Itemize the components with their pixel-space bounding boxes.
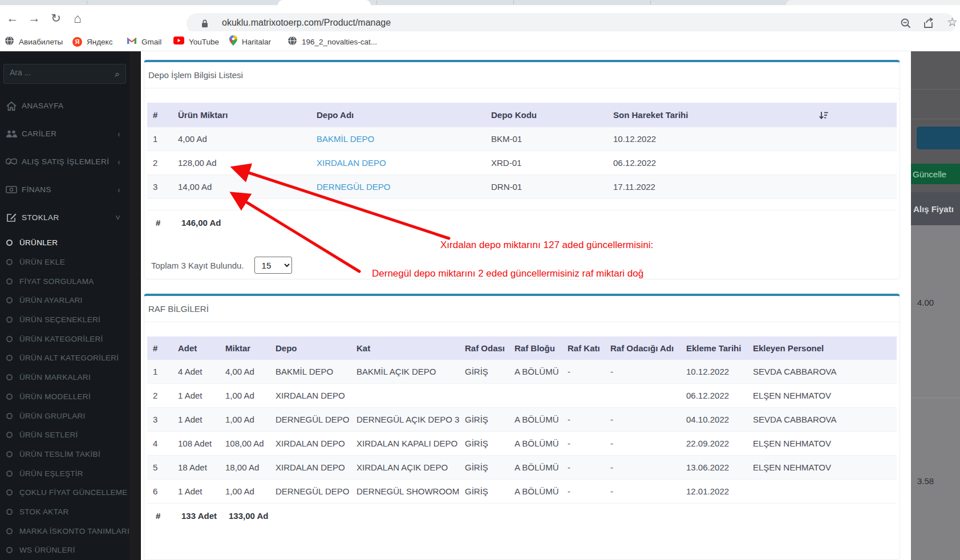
table-row: 14,00 AdBAKMİL DEPOBKM-0110.12.2022 — [147, 127, 897, 151]
sidebar-subitem-çoklu-fi̇yat-güncelleme[interactable]: ÇOKLU FİYAT GÜNCELLEME — [0, 483, 129, 502]
sidebar-subitem-ürün-seçenekleri̇[interactable]: ÜRÜN SEÇENEKLERİ — [0, 310, 129, 330]
circle-icon — [6, 547, 13, 553]
users-icon — [5, 129, 18, 138]
cell: DERNEGÜL AÇIK DEPO 3 — [351, 408, 459, 432]
bookmark-label: 196_2_novalties-cat... — [302, 38, 377, 46]
cell: 06.12.2022 — [680, 384, 747, 408]
cell: ELŞEN NEHMATOV — [747, 456, 897, 480]
bookmark-star-icon[interactable]: ☆ — [947, 15, 958, 29]
forward-button[interactable]: → — [26, 11, 42, 27]
sidebar-subitem-label: ÇOKLU FİYAT GÜNCELLEME — [19, 488, 128, 497]
cell: 4,00 Ad — [172, 127, 311, 151]
sidebar-subitem-ürün-modelleri̇[interactable]: ÜRÜN MODELLERİ — [0, 387, 129, 407]
sidebar-subitem-ürün-markalari[interactable]: ÜRÜN MARKALARI — [0, 368, 129, 387]
sort-header — [813, 103, 897, 127]
cell: DERNEGÜL DEPO — [270, 408, 351, 432]
sidebar-subitem-ws-ürünleri̇[interactable]: WS ÜRÜNLERİ — [0, 541, 129, 560]
google-maps-icon — [229, 35, 237, 48]
tab-active[interactable] — [278, 0, 371, 5]
sidebar-subitem-ürün-ayarlari[interactable]: ÜRÜN AYARLARI — [0, 291, 129, 310]
depo-link[interactable]: XIRDALAN DEPO — [317, 158, 386, 168]
raf-total-adet: 133 Adet — [181, 511, 217, 521]
card-title: Depo İşlem Bilgisi Listesi — [144, 62, 900, 88]
bookmark-youtube[interactable]: YouTube — [173, 35, 219, 48]
raf-total-miktar: 133,00 Ad — [229, 511, 269, 521]
sidebar-subitem-marka-i̇skonto-tanimlari[interactable]: MARKA İSKONTO TANIMLARI — [0, 521, 129, 541]
cell: 1,00 Ad — [220, 384, 270, 408]
sidebar-subitem-stok-aktar[interactable]: STOK AKTAR — [0, 502, 129, 522]
sidebar-subitem-ürün-alt-kategori̇leri̇[interactable]: ÜRÜN ALT KATEGORİLERİ — [0, 348, 129, 368]
cell — [562, 384, 605, 408]
cell: XIRDALAN KAPALI DEPO — [351, 432, 459, 456]
share-icon[interactable] — [922, 17, 936, 32]
cell: 2 — [147, 151, 172, 175]
sidebar-item-finans[interactable]: FİNANS ‹ — [0, 176, 129, 204]
depo-total-value: 146,00 Ad — [181, 218, 221, 228]
col-header: Depo — [270, 336, 351, 360]
bookmark-aviabilety[interactable]: Авиабилеты — [5, 35, 63, 48]
bookmark-gmail[interactable]: Gmail — [127, 35, 161, 48]
sidebar-subitem-ürün-ekle[interactable]: ÜRÜN EKLE — [0, 253, 129, 272]
depo-link[interactable]: BAKMİL DEPO — [317, 134, 374, 144]
cell: SEVDA CABBAROVA — [747, 360, 897, 384]
sidebar-subitem-ürünler[interactable]: ÜRÜNLER — [0, 233, 129, 253]
sidebar-subitem-label: STOK AKTAR — [19, 508, 69, 516]
sidebar-subitem-label: MARKA İSKONTO TANIMLARI — [19, 527, 129, 535]
tab-separator — [87, 1, 87, 5]
bookmark-yandex[interactable]: Я Яндекс — [72, 35, 112, 48]
cell: 3 — [147, 175, 172, 198]
circle-icon — [6, 240, 13, 246]
cell: A BÖLÜMÜ — [509, 360, 562, 384]
sidebar-item-cariler[interactable]: CARİLER ‹ — [0, 120, 129, 148]
col-header: Son Hareket Tarihi — [607, 103, 813, 127]
back-button[interactable]: ← — [5, 11, 21, 27]
gmail-icon — [127, 36, 137, 47]
bookmark-haritalar[interactable]: Haritalar — [229, 35, 271, 48]
col-header: Depo Kodu — [485, 103, 607, 127]
sidebar-item-alis-satis[interactable]: ALIŞ SATIŞ İŞLEMLERİ ‹ — [0, 148, 129, 176]
background-table-cells: 4.00 3.58 — [911, 225, 960, 560]
home-button[interactable]: ⌂ — [70, 11, 86, 27]
lock-icon — [201, 19, 209, 31]
sidebar-subitem-fi̇yat-sorgulama[interactable]: FİYAT SORGULAMA — [0, 271, 129, 291]
cell: A BÖLÜMÜ — [509, 456, 562, 480]
sidebar-subitem-label: ÜRÜN AYARLARI — [19, 296, 83, 305]
page-size-select[interactable]: 15 — [254, 257, 292, 274]
search-input[interactable] — [10, 68, 107, 77]
sidebar-subitem-ürün-tesli̇m-taki̇bi̇[interactable]: ÜRÜN TESLİM TAKİBİ — [0, 445, 129, 464]
reload-button[interactable]: ↻ — [48, 11, 64, 27]
sidebar-subitem-ürün-setleri̇[interactable]: ÜRÜN SETLERİ — [0, 425, 129, 445]
cell: 4 Adet — [172, 360, 220, 384]
alis-fiyati-label: Alış Fiyatı — [911, 204, 954, 214]
cell: 4 — [147, 432, 172, 456]
cell: - — [562, 432, 605, 456]
globe-icon — [287, 36, 297, 48]
sort-amount-icon[interactable] — [819, 109, 828, 119]
circle-icon — [6, 259, 13, 265]
sidebar-item-anasayfa[interactable]: ANASAYFA — [0, 92, 129, 120]
annotation-note-1: Xırdalan depo miktarını 127 aded güncell… — [440, 240, 653, 251]
total-hash: # — [156, 218, 160, 228]
guncelle-label: Güncelle — [911, 169, 946, 179]
tab-inactive[interactable] — [786, 0, 960, 5]
cell: 1 Adet — [172, 408, 220, 432]
depo-link[interactable]: DERNEGÜL DEPO — [317, 182, 390, 192]
table-row: 61 Adet1,00 AdDERNEGÜL DEPODERNEGÜL SHOW… — [147, 480, 897, 504]
circle-icon — [6, 355, 13, 361]
sidebar-subitem-ürün-kategori̇leri̇[interactable]: ÜRÜN KATEGORİLERİ — [0, 329, 129, 348]
sidebar-item-label: STOKLAR — [22, 213, 59, 222]
sidebar-subitem-ürün-gruplari[interactable]: ÜRÜN GRUPLARI — [0, 406, 129, 425]
col-header: Ekleme Tarihi — [680, 336, 747, 360]
cell: 6 — [147, 480, 172, 504]
screen: ← → ↻ ⌂ okuklu.matrixotoerp.com/Product/… — [0, 0, 960, 560]
price-value: 3.58 — [917, 476, 934, 486]
circle-icon — [6, 432, 13, 438]
cell: 5 — [147, 456, 172, 480]
bookmark-label: Авиабилеты — [19, 38, 63, 46]
zoom-indicator-icon[interactable] — [900, 17, 912, 32]
sidebar-item-stoklar[interactable]: STOKLAR ˅ — [0, 204, 129, 232]
bookmark-novalties[interactable]: 196_2_novalties-cat... — [287, 35, 377, 48]
sidebar-nav: ANASAYFA CARİLER ‹ ALIŞ SATIŞ İŞLEMLERİ … — [0, 92, 129, 232]
sidebar-subitem-ürün-eşleşti̇r[interactable]: ÜRÜN EŞLEŞTİR — [0, 464, 129, 483]
sidebar-search[interactable]: ⌕ — [3, 64, 126, 84]
